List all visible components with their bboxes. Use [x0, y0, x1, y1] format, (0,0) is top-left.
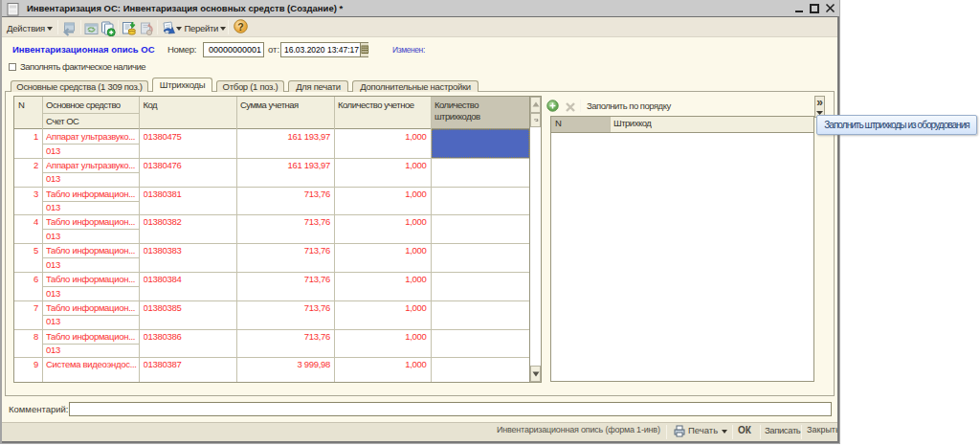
svg-text:?: ?	[237, 21, 243, 33]
